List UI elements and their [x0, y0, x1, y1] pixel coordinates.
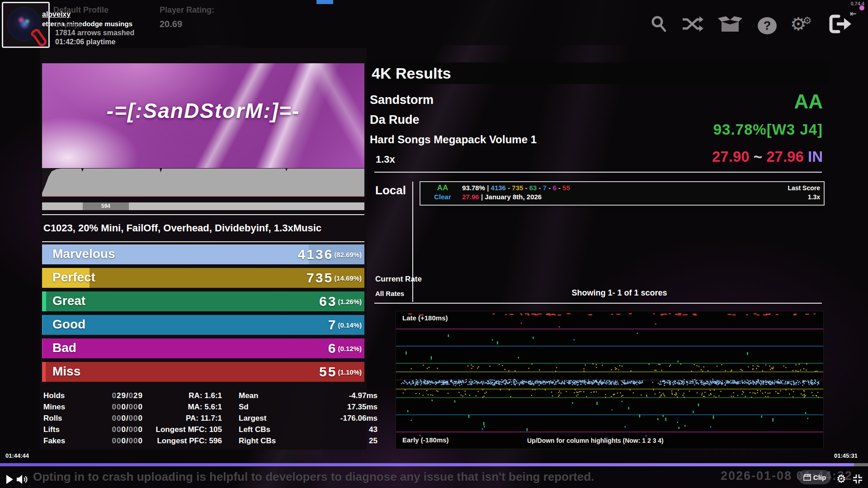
song-artist: Da Rude	[370, 113, 420, 127]
banner-title: -=[:SanDStorM:]=-	[42, 99, 364, 123]
chart-density-graph	[42, 169, 364, 197]
judgment-percent: (1.10%)	[338, 368, 362, 376]
behind-plays: 14 plays	[55, 21, 82, 28]
judgment-label: Perfect	[52, 270, 95, 285]
local-scores-label: Local	[375, 183, 406, 197]
timeline-progress	[0, 463, 854, 466]
plot-footer-hint: Up/Down for column highlights (Now: 1 2 …	[527, 437, 664, 444]
offset-scatter-plot: Late (+180ms) Early (-180ms) Up/Down for…	[396, 311, 824, 449]
score-ssr: 27.96	[462, 193, 479, 201]
results-title: 4K Results	[372, 65, 451, 82]
scores-showing-label: Showing 1- 1 of 1 scores	[479, 288, 760, 298]
divider	[374, 303, 822, 304]
plot-early-label: Early (-180ms)	[402, 436, 449, 444]
video-duration: 01:45:31	[834, 452, 858, 459]
exit-fullscreen-icon[interactable]	[853, 474, 863, 484]
judgment-percent: (1.26%)	[338, 298, 362, 305]
score-percent-small: 93.78%	[462, 184, 485, 192]
judgment-bar-perfect: Perfect735(14.69%)	[42, 268, 364, 288]
ssr-value: 27.96	[766, 148, 804, 165]
exit-icon[interactable]	[829, 14, 852, 33]
clip-button[interactable]: Clip	[798, 470, 831, 484]
song-pack: Hard Songs Megapack Volume 1	[370, 133, 537, 146]
stat-label: Lifts	[43, 425, 60, 434]
stat-value: 000/000	[84, 436, 143, 446]
top-blue-marker	[316, 0, 333, 4]
video-timeline[interactable]	[0, 463, 868, 466]
judgment-percent: (14.69%)	[334, 274, 362, 282]
stat-ratio: PA: 11.7:1	[147, 414, 222, 423]
judgment-label: Miss	[52, 364, 80, 379]
score-grade: AA	[425, 183, 460, 192]
msd-ssr-line: 27.90 ~ 27.96 IN	[633, 148, 823, 165]
song-title: Sandstorm	[370, 93, 434, 107]
filter-all-rates[interactable]: All Rates	[375, 290, 404, 297]
paperclip-icon	[28, 27, 50, 49]
player-settings-icon[interactable]: ⚙	[836, 473, 846, 485]
stat-value: -176.06ms	[278, 414, 377, 423]
judgment-fill	[42, 315, 42, 335]
chart-preview-scrubber[interactable]: 594	[42, 202, 364, 210]
judgment-percent: (0.12%)	[338, 345, 362, 352]
judgment-label: Good	[52, 317, 85, 332]
msd-value: 27.90	[712, 148, 750, 165]
stat-value: -4.97ms	[278, 391, 377, 400]
stat-label: Mean	[239, 391, 258, 400]
divider	[374, 172, 822, 173]
judgment-bar-miss: Miss55(1.10%)	[42, 362, 364, 382]
stats-block: Holds029/029RA: 1.6:1Mean-4.97msMines000…	[43, 391, 364, 448]
tab-back-icon: ⇤	[850, 9, 856, 19]
player-name[interactable]: aloveixy	[42, 10, 71, 19]
score-date: January 8th, 2026	[485, 193, 542, 201]
stat-label: Holds	[43, 391, 65, 400]
judgment-count: 735	[307, 270, 333, 286]
score-judgment-counts: 4136 - 735 - 63 - 7 - 6 - 55	[491, 184, 570, 192]
score-row[interactable]: AA 93.78% | 4136 - 735 - 63 - 7 - 6 - 55…	[420, 181, 825, 206]
grade-badge: AA	[633, 90, 823, 113]
modifiers-text: C1023, 20% Mini, FailOff, Overhead, Divi…	[43, 222, 362, 234]
judgment-bar-bad: Bad6(0.12%)	[42, 338, 364, 358]
scrub-position[interactable]: 594	[83, 202, 129, 210]
judgment-percent: (0.14%)	[338, 321, 362, 329]
stat-label: Left CBs	[239, 425, 270, 434]
stat-value: 000/000	[84, 425, 143, 434]
clear-label: Clear	[425, 193, 460, 201]
stat-label: Right CBs	[239, 436, 276, 446]
judgment-count: 55	[319, 364, 337, 380]
stat-value: 000/000	[84, 403, 143, 412]
filter-current-rate[interactable]: Current Rate	[375, 275, 422, 284]
volume-icon[interactable]	[16, 474, 28, 484]
divider	[412, 182, 413, 302]
search-icon[interactable]	[650, 15, 667, 33]
judgment-label: Great	[52, 294, 85, 308]
stats-row: Lifts000/000Longest MFC: 105Left CBs43	[43, 425, 364, 436]
stats-row: Holds029/029RA: 1.6:1Mean-4.97ms	[43, 391, 364, 403]
skillset-label: IN	[808, 148, 823, 165]
stat-ratio: MA: 5.6:1	[147, 403, 222, 412]
last-score-badge: Last Score 1.3x	[788, 183, 820, 202]
stat-value: 000/000	[84, 414, 143, 423]
clapperboard-icon	[803, 474, 811, 481]
plot-late-label: Late (+180ms)	[402, 314, 448, 322]
judgment-fill	[42, 338, 42, 358]
player-rating-value: 20.69	[160, 19, 182, 29]
stat-ratio: Longest PFC: 596	[147, 436, 222, 446]
judgment-bar-good: Good7(0.14%)	[42, 315, 364, 335]
packs-icon[interactable]	[718, 16, 742, 33]
judgment-count: 7	[328, 317, 337, 333]
help-icon[interactable]: ?	[758, 17, 777, 34]
random-icon[interactable]	[682, 16, 703, 32]
stat-label: Fakes	[43, 436, 65, 446]
stats-row: Fakes000/000Longest PFC: 596Right CBs25	[43, 436, 364, 448]
play-button[interactable]	[5, 474, 14, 484]
judgment-percent: (82.69%)	[334, 251, 362, 258]
last-score-rate: 1.3x	[788, 192, 820, 202]
settings-gears-icon[interactable]: ⚙⚙	[790, 14, 812, 34]
stat-value: 43	[278, 425, 377, 434]
stat-label: Largest	[239, 414, 266, 423]
divider	[42, 241, 364, 242]
player-rating-label: Player Rating:	[160, 5, 214, 15]
judgment-label: Marvelous	[52, 247, 115, 261]
stat-ratio: RA: 1.6:1	[147, 391, 222, 400]
stat-ratio: Longest MFC: 105	[147, 425, 222, 434]
